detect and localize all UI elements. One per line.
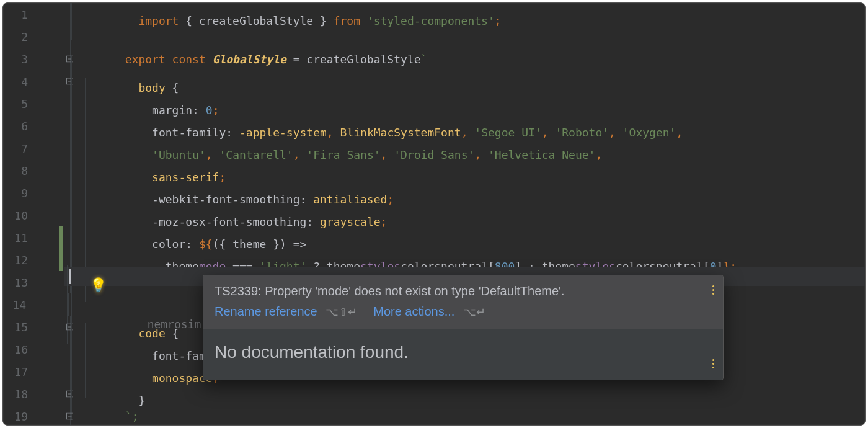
line-number: 18 [3,388,34,401]
error-message: TS2339: Property 'mode' does not exist o… [215,284,564,298]
fold-gutter[interactable] [34,316,71,338]
line-number: 1 [3,8,34,21]
line-number: 9 [3,187,34,200]
line-number: 11 [3,231,34,244]
editor-frame: 1 import { createGlobalStyle } from 'sty… [2,2,866,426]
kebab-icon[interactable] [712,359,714,368]
line-number: 6 [3,120,34,133]
line-number: 19 [3,410,34,423]
fold-gutter [34,3,71,25]
documentation-text: No documentation found. [215,342,409,362]
fold-gutter [34,25,71,48]
shortcut-label: ⌥↵ [463,306,485,318]
rename-reference-link[interactable]: Rename reference [215,305,317,318]
error-popup: TS2339: Property 'mode' does not exist o… [203,275,724,380]
line-number: 5 [3,97,34,110]
popup-actions: Rename reference ⌥⇧↵ More actions... ⌥↵ [203,298,723,329]
line-number: 16 [3,343,34,356]
text-caret [69,269,71,284]
line-number: 17 [3,365,34,378]
line-number: 14 [3,298,32,311]
line-number: 12 [3,254,34,267]
line-number: 8 [3,164,34,177]
intention-bulb-icon[interactable]: 💡 [90,277,107,293]
fold-gutter[interactable] [34,48,71,70]
line-number: 13 [3,276,34,289]
line-number: 15 [3,321,34,334]
line-number: 7 [3,142,34,155]
shortcut-label: ⌥⇧↵ [326,306,357,318]
code-line[interactable]: import { createGlobalStyle } from 'style… [71,2,502,40]
line-number: 10 [3,209,34,222]
more-actions-link[interactable]: More actions... [373,305,454,318]
fold-gutter[interactable] [34,70,71,92]
kebab-icon[interactable] [712,285,714,295]
line-number: 3 [3,53,34,66]
line-number: 2 [3,30,34,43]
line-number: 4 [3,75,34,88]
code-line[interactable]: `; [71,397,138,426]
fold-gutter[interactable] [34,383,71,405]
fold-gutter[interactable] [34,405,71,426]
